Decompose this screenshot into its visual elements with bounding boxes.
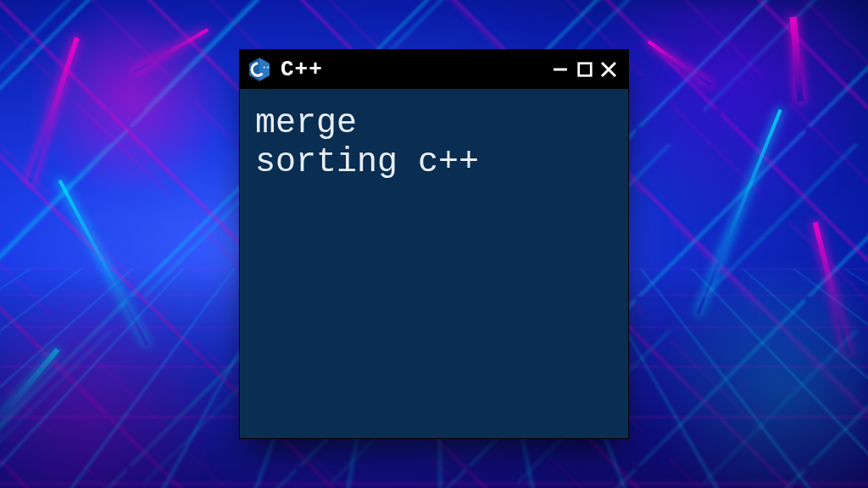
- svg-text:+: +: [266, 64, 269, 69]
- window-title: C++: [281, 57, 542, 82]
- close-button[interactable]: [598, 58, 620, 80]
- content-line-2: sorting c++: [255, 143, 479, 181]
- content-line-1: merge: [255, 104, 357, 142]
- svg-rect-6: [579, 64, 592, 76]
- minimize-button[interactable]: [550, 58, 572, 80]
- window-controls: [550, 58, 620, 80]
- terminal-content: merge sorting c++: [240, 89, 628, 438]
- svg-text:+: +: [263, 64, 265, 69]
- cpp-logo-icon: + +: [247, 57, 272, 82]
- maximize-button[interactable]: [574, 58, 596, 80]
- titlebar[interactable]: + + C++: [240, 50, 628, 89]
- terminal-window: + + C++ merge sorting c++: [239, 49, 629, 439]
